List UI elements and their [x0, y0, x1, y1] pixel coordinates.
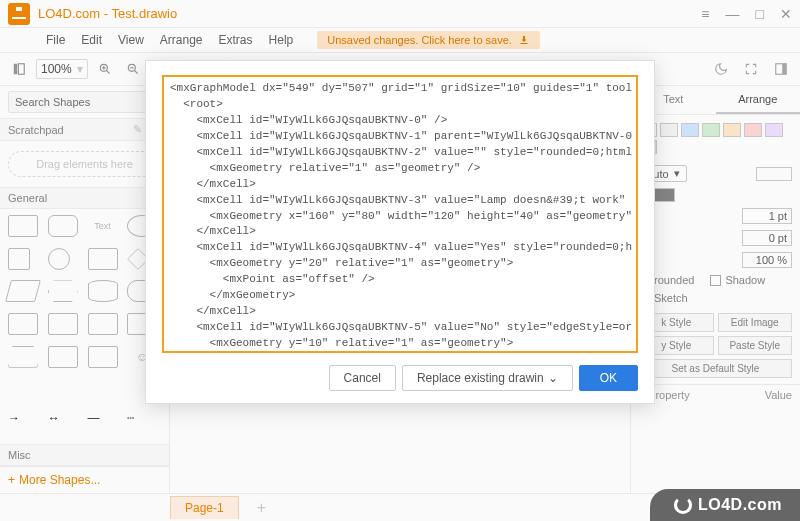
spinner-icon: [674, 496, 692, 514]
modal-overlay: <mxGraphModel dx="549" dy="507" grid="1"…: [0, 0, 800, 521]
watermark-label: LO4D.com: [698, 496, 782, 514]
xml-dialog: <mxGraphModel dx="549" dy="507" grid="1"…: [145, 60, 655, 404]
ok-button[interactable]: OK: [579, 365, 638, 391]
watermark: LO4D.com: [650, 489, 800, 521]
replace-label: Replace existing drawin: [417, 371, 544, 385]
replace-dropdown[interactable]: Replace existing drawin ⌄: [402, 365, 573, 391]
cancel-button[interactable]: Cancel: [329, 365, 396, 391]
xml-textarea[interactable]: <mxGraphModel dx="549" dy="507" grid="1"…: [162, 75, 638, 353]
chevron-down-icon: ⌄: [548, 371, 558, 385]
